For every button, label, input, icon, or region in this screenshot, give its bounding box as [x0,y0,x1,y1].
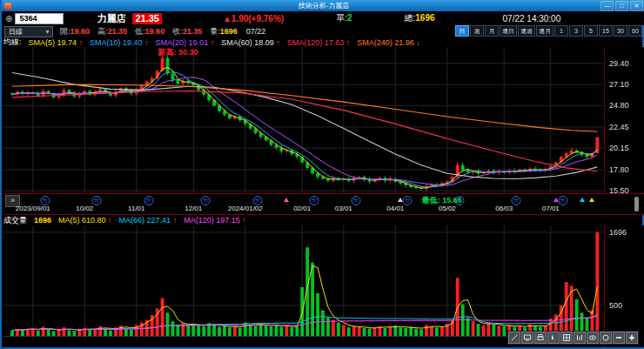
month-event-icon[interactable]: 分 [558,196,567,205]
date-axis-label: 03/01 [335,205,352,212]
period-button-還週[interactable]: 還週 [518,25,535,37]
period-button-5[interactable]: 5 [584,25,598,37]
total-volume: 總:1696 [404,12,434,24]
quote-header: ⊕ 5364 力麗店 21.35 ▲1.90(+9.76%) 單:2 總:169… [3,11,644,25]
date-axis-label: 02/01 [293,205,311,212]
price-change: ▲1.90(+9.76%) [223,14,284,23]
ohlc-values: 開:19.60高:21.35低:19.60收:21.35量:1696 [60,26,238,37]
monitor-icon[interactable] [521,332,533,344]
period-button-日[interactable]: 日 [455,25,469,37]
circle-tool-icon[interactable] [600,332,612,344]
month-event-icon[interactable]: 分 [351,196,360,205]
price-axis-label: 22.45 [609,123,629,131]
ma-legend-item: SMA(60) 18.09 ↑ [221,38,280,47]
bar-date: 07/22 [246,27,266,36]
ma-legend-bar: 均線: SMA(5) 19.74 ↑SMA(10) 19.40 ↑SMA(20)… [3,37,644,47]
ohlc-item: 量:1696 [210,26,238,37]
month-event-icon[interactable]: 分 [144,196,153,205]
date-axis-label: 07/01 [542,205,560,212]
ma-legend-item: MA(66) 227.41 ↑ [119,216,178,225]
volume-value: 1696 [34,216,51,225]
volume-chart-svg[interactable]: 1696500 [3,225,644,347]
ohlc-item: 高:21.35 [97,26,127,37]
month-event-icon[interactable]: 分 [403,196,413,205]
month-event-icon[interactable]: 分 [310,196,319,205]
period-button-group: 日週月還日還週還月135153060 [455,25,642,37]
event-triangle-icon [580,198,585,202]
ma-legend-item: SMA(20) 19.01 ↑ [156,38,215,47]
maximize-button[interactable]: □ [615,1,628,11]
single-volume: 單:2 [336,12,352,24]
ohlc-bar: 日線▼ 開:19.60高:21.35低:19.60收:21.35量:1696 0… [3,25,644,37]
stock-name: 力麗店 [97,12,125,25]
ma-legend-item: MA(120) 197.15 ↑ [184,216,246,225]
title-bar: 技術分析-力麗店 — □ ✕ [2,0,644,11]
volume-chart[interactable]: 1696500 [3,225,644,347]
minimize-button[interactable]: — [600,1,614,11]
date-axis-label: 10/02 [76,205,93,212]
volume-axis-label: 1696 [609,228,627,237]
window-title: 技術分析-力麗店 [2,1,644,10]
event-triangle-icon [284,198,289,202]
ma-legend-item: SMA(10) 19.40 ↑ [90,38,149,47]
ma-line-SMA120 [12,91,597,171]
date-axis-label: 04/01 [386,205,404,212]
price-axis-label: 20.15 [609,144,629,152]
ohlc-item: 開:19.60 [60,26,90,37]
zoom-out-button[interactable] [613,332,625,344]
event-triangle-icon [553,198,559,202]
date-axis-label: 2024/01/02 [228,205,263,212]
event-triangle-icon [589,198,594,202]
low-annotation: 最低: 15.65 [422,195,462,206]
period-button-15[interactable]: 15 [599,25,613,37]
price-axis-label: 27.10 [609,80,629,89]
volume-axis-label: 500 [609,301,622,310]
period-button-月[interactable]: 月 [485,25,499,37]
period-button-30[interactable]: 30 [614,25,627,37]
stock-lookup-icon[interactable]: ⊕ [5,14,12,23]
draw-tool-icon[interactable] [508,332,520,344]
price-chart[interactable]: 29.4027.1024.8022.4520.1517.8015.50新高: 3… [3,47,644,193]
period-dropdown[interactable]: 日線▼ [4,26,53,37]
ma-legend-item: SMA(5) 19.74 ↑ [29,38,84,47]
quote-datetime: 07/22 14:30:00 [503,14,561,23]
volume-legend-bar: 成交量 1696 MA(5) 610.80 ↑MA(66) 227.41 ↑MA… [3,215,644,225]
price-chart-svg[interactable]: 29.4027.1024.8022.4520.1517.8015.50新高: 3… [3,47,644,193]
app-icon [4,3,11,10]
month-event-icon[interactable]: 分 [252,196,262,205]
ohlc-item: 低:19.60 [135,26,164,37]
scrollbar-thumb[interactable] [634,197,639,211]
period-button-還日[interactable]: 還日 [500,25,517,37]
period-button-還月[interactable]: 還月 [536,25,553,37]
chart-toolbar [507,331,639,345]
volume-label: 成交量 [3,215,27,226]
zoom-in-button[interactable] [626,332,638,344]
month-event-icon[interactable]: 分 [201,196,211,205]
month-event-icon[interactable]: 分 [92,196,102,205]
month-event-icon[interactable]: 分 [512,196,521,205]
period-button-60[interactable]: 60 [628,25,642,37]
last-price-badge: 21.35 [132,13,162,24]
date-axis-label: 12/01 [184,205,202,212]
ma-legend-item: MA(5) 610.80 ↑ [58,216,112,225]
printer-icon[interactable] [534,332,547,344]
new-high-annotation: 新高: 30.30 [157,48,198,57]
cursor-icon[interactable] [547,332,560,344]
eye-icon[interactable] [587,332,599,344]
ohlc-item: 收:21.35 [172,26,202,37]
price-axis-label: 24.80 [609,101,629,110]
month-event-icon[interactable]: 分 [40,196,50,205]
grid-icon[interactable] [560,332,573,344]
period-button-1[interactable]: 1 [554,25,568,37]
candles-icon[interactable] [574,332,586,344]
period-button-週[interactable]: 週 [470,25,484,37]
date-axis-label: 11/01 [128,205,144,212]
close-button[interactable]: ✕ [630,1,643,11]
price-axis-label: 17.80 [609,165,629,174]
stock-code-input[interactable]: 5364 [15,13,64,24]
ma-legend-item: SMA(120) 17.63 ↑ [287,38,351,47]
period-button-3[interactable]: 3 [569,25,583,37]
ma-legend-item: SMA(240) 21.96 ↓ [357,38,420,47]
event-triangle-icon [398,198,403,202]
date-axis: » 2023/09/01分10/02分11/01分12/01分2024/01/0… [3,193,644,215]
